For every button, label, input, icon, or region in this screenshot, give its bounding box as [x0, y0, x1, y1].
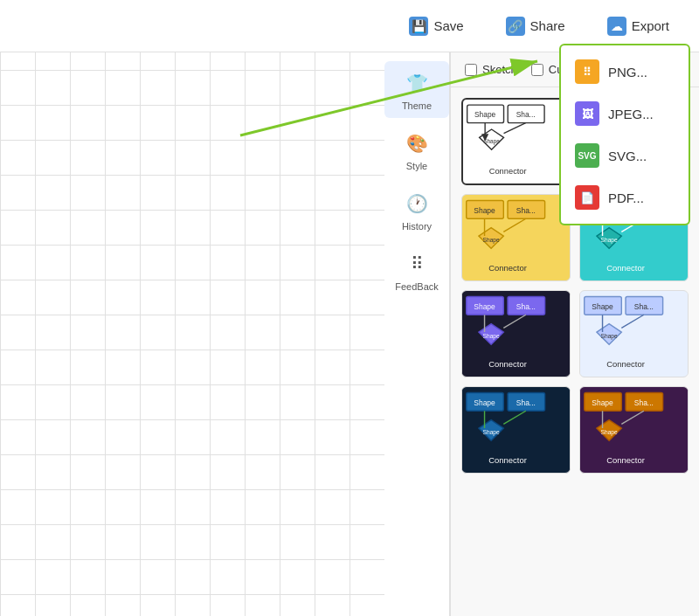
- theme-dark-diagram: Shape Sha... Shape Connector: [462, 291, 570, 377]
- svg-text:Shape: Shape: [592, 398, 613, 407]
- jpeg-icon: 🖼: [575, 101, 599, 126]
- export-jpeg-item[interactable]: 🖼 JPEG...: [561, 93, 689, 135]
- left-sidebar: 👕 Theme 🎨 Style 🕐 History ⠿ FeedBack: [384, 52, 450, 616]
- sidebar-item-theme[interactable]: 👕 Theme: [384, 61, 449, 118]
- share-icon: 🔗: [506, 17, 525, 36]
- theme-card-dark-orange[interactable]: Shape Sha... Shape Connector: [579, 386, 689, 474]
- svg-line-28: [503, 218, 526, 232]
- theme-icon: 👕: [402, 68, 432, 98]
- svg-text:Shape: Shape: [601, 429, 618, 436]
- svg-text:Shape: Shape: [474, 302, 495, 311]
- svg-text:Connector: Connector: [488, 455, 527, 465]
- svg-text:Sha...: Sha...: [516, 302, 536, 311]
- theme-navy-diagram: Shape Sha... Shape Connector: [462, 387, 570, 473]
- theme-label: Theme: [402, 100, 432, 111]
- svg-text:Shape: Shape: [592, 302, 613, 311]
- svg-text:Connector: Connector: [606, 359, 645, 369]
- history-label: History: [402, 221, 432, 232]
- svg-text:Shape: Shape: [474, 206, 495, 215]
- svg-text:Sha...: Sha...: [516, 110, 536, 119]
- feedback-label: FeedBack: [395, 281, 439, 292]
- svg-text:Shape: Shape: [483, 138, 500, 145]
- svg-text:Sha...: Sha...: [516, 206, 536, 215]
- share-button[interactable]: 🔗 Share: [494, 10, 578, 43]
- svg-text:Connector: Connector: [489, 167, 527, 176]
- theme-card-yellow[interactable]: Shape Sha... Shape Connector: [461, 194, 571, 281]
- theme-card-navy[interactable]: Shape Sha... Shape Connector: [461, 386, 571, 474]
- theme-dark-orange-diagram: Shape Sha... Shape Connector: [580, 387, 688, 473]
- svg-text:Connector: Connector: [606, 263, 645, 273]
- history-icon: 🕐: [402, 189, 432, 218]
- sketch-label: Sketch: [482, 63, 517, 76]
- svg-text:Sha...: Sha...: [634, 302, 654, 311]
- svg-text:Shape: Shape: [474, 110, 496, 119]
- sidebar-item-style[interactable]: 🎨 Style: [384, 121, 449, 178]
- export-svg-label: SVG...: [608, 149, 647, 163]
- svg-line-10: [504, 123, 526, 134]
- svg-text:Connector: Connector: [488, 263, 527, 273]
- svg-text:Shape: Shape: [483, 333, 500, 340]
- share-label: Share: [530, 18, 565, 33]
- feedback-icon: ⠿: [402, 249, 432, 279]
- theme-card-dark[interactable]: Shape Sha... Shape Connector: [461, 290, 571, 377]
- curved-checkbox[interactable]: [531, 64, 543, 76]
- style-icon: 🎨: [402, 128, 432, 158]
- export-svg-item[interactable]: SVG SVG...: [561, 135, 689, 176]
- sketch-option[interactable]: Sketch: [465, 63, 517, 76]
- export-jpeg-label: JPEG...: [608, 107, 654, 121]
- style-label: Style: [406, 161, 427, 171]
- save-label: Save: [433, 18, 463, 33]
- svg-text:Shape: Shape: [474, 398, 495, 407]
- save-button[interactable]: 💾 Save: [397, 10, 475, 43]
- export-png-label: PNG...: [608, 65, 647, 80]
- export-pdf-item[interactable]: 📄 PDF...: [561, 176, 689, 218]
- svg-text:Shape: Shape: [601, 333, 618, 340]
- sidebar-item-history[interactable]: 🕐 History: [384, 182, 449, 239]
- svg-text:Shape: Shape: [483, 429, 500, 436]
- theme-blue-light-diagram: Shape Sha... Shape Connector: [580, 291, 688, 377]
- png-icon: ⠿: [575, 59, 599, 84]
- canvas[interactable]: [0, 0, 384, 616]
- theme-card-white[interactable]: Shape Sha... Shape Connector: [461, 98, 571, 185]
- save-icon: 💾: [409, 17, 428, 36]
- theme-white-diagram: Shape Sha... Shape Connector: [463, 100, 569, 183]
- export-button[interactable]: ☁ Export: [595, 10, 682, 43]
- sketch-checkbox[interactable]: [465, 64, 477, 76]
- export-label: Export: [632, 18, 669, 33]
- export-icon: ☁: [607, 17, 626, 36]
- svg-icon: SVG: [575, 143, 599, 168]
- svg-text:Sha...: Sha...: [634, 398, 654, 407]
- svg-text:Sha...: Sha...: [516, 398, 536, 407]
- svg-text:Shape: Shape: [601, 237, 618, 244]
- sidebar-item-feedback[interactable]: ⠿ FeedBack: [384, 242, 449, 299]
- export-dropdown: ⠿ PNG... 🖼 JPEG... SVG SVG... 📄 PDF...: [559, 44, 690, 225]
- svg-text:Connector: Connector: [488, 359, 527, 369]
- theme-card-blue-light[interactable]: Shape Sha... Shape Connector: [579, 290, 689, 377]
- export-pdf-label: PDF...: [608, 190, 644, 205]
- export-png-item[interactable]: ⠿ PNG...: [561, 51, 689, 93]
- theme-yellow-diagram: Shape Sha... Shape Connector: [462, 195, 570, 280]
- pdf-icon: 📄: [575, 185, 599, 210]
- svg-text:Shape: Shape: [483, 237, 500, 244]
- svg-text:Connector: Connector: [606, 455, 645, 465]
